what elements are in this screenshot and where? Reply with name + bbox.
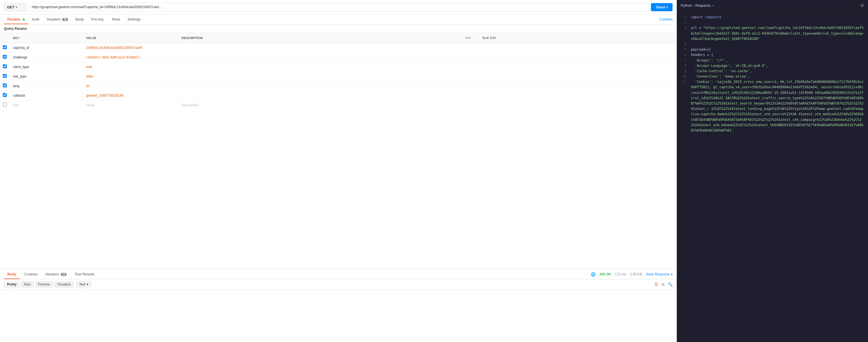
cookies-link[interactable]: Cookies [659,17,673,21]
query-params-label: Query Params [0,25,677,33]
param-value-callback[interactable]: geetest_1690779528189 [83,91,179,100]
code-content: 'Accept': '*/*', [691,58,865,63]
tab-body[interactable]: Body [72,14,87,24]
code-content: url = "https://gcaptcha4.geetest.com/loa… [691,25,865,42]
format-preview-button[interactable]: Preview [35,281,53,288]
code-header: Python - Requests ▾ ⚙ [677,0,868,11]
line-number: 11 [680,79,691,133]
line-number: 8 [680,63,691,69]
bulk-edit-button[interactable]: Bulk Edit [483,36,496,40]
row-checkbox-client-type[interactable] [3,64,7,68]
language-selector[interactable]: Python - Requests ▾ [681,3,714,8]
param-key-challenge[interactable]: challenge [10,53,83,62]
placeholder-value[interactable]: Value [83,100,179,110]
line-number: 7 [680,58,691,63]
param-value-captcha-id[interactable]: 24f56dc13c40dc4a02fd0318567caef5 [83,43,179,53]
method-selector[interactable]: GET ▾ [4,3,26,11]
tab-test-results[interactable]: Test Results [71,269,98,279]
param-value-challenge[interactable]: c1be5e17-3b0c-4af9-a1c2-643bd27... [83,53,179,62]
row-checkbox-captcha-id[interactable] [3,45,7,49]
param-desc-client-type[interactable] [179,62,457,72]
code-content: 'Cookie': 'sajssdk_2015_cross_new_user=1… [691,79,865,133]
line-number: 10 [680,74,691,79]
row-checkbox-lang[interactable] [3,83,7,88]
tab-response-body[interactable]: Body [4,269,20,279]
code-content: import requests [691,14,865,20]
code-content: 'Accept-Language': 'zh-CN,zh;q=0.9', [691,63,865,69]
response-section: Body Cookies Headers 14 Test Results 🌐 2… [0,269,677,342]
params-section: Query Params KEY VALUE DESCRIPTION ••• B… [0,25,677,269]
code-line-9: 9 'Cache-Control': 'no-cache', [677,69,868,74]
code-line-7: 7 'Accept': '*/*', [677,58,868,63]
method-value: GET [7,5,14,9]
row-checkbox-callback[interactable] [3,93,7,97]
code-body: 1 import requests 2 3 url = "https://gca… [677,11,868,342]
code-content: headers = { [691,52,865,58]
table-row: challenge c1be5e17-3b0c-4af9-a1c2-643bd2… [0,53,677,62]
url-bar: GET ▾ Send ▾ [0,0,677,14]
search-icon[interactable]: 🔍 [668,282,673,287]
tab-headers[interactable]: Headers 20 [43,14,71,24]
status-ok: 200 OK [599,272,611,276]
param-key-client-type[interactable]: client_type [10,62,83,72]
param-desc-captcha-id[interactable] [179,43,457,53]
line-number: 3 [680,25,691,42]
param-value-client-type[interactable]: web [83,62,179,72]
table-row: callback geetest_1690779528189 [0,91,677,100]
param-desc-risk-type[interactable] [179,72,457,81]
url-input[interactable] [29,3,649,11]
format-pretty-button[interactable]: Pretty [4,281,20,288]
table-row: client_type web [0,62,677,72]
code-line-10: 10 'Connection': 'keep-alive', [677,74,868,79]
tab-params[interactable]: Params [4,14,28,24]
placeholder-description[interactable]: Description [179,100,457,110]
format-visualize-button[interactable]: Visualize [54,281,74,288]
line-number: 9 [680,69,691,74]
tab-response-headers[interactable]: Headers 14 [42,269,70,279]
line-number: 6 [680,52,691,58]
param-key-lang[interactable]: lang [10,81,83,91]
tab-response-cookies[interactable]: Cookies [21,269,41,279]
copy-icon[interactable]: ⧉ [662,282,664,287]
tab-auth[interactable]: Auth [29,14,43,24]
param-desc-challenge[interactable] [179,53,457,62]
code-content: payload={} [691,47,865,52]
row-checkbox-placeholder[interactable] [3,103,7,106]
request-tabs-bar: Params Auth Headers 20 Body Pre-req. Tes… [0,14,677,25]
language-chevron: ▾ [713,4,714,7]
row-checkbox-risk-type[interactable] [3,74,7,78]
param-key-risk-type[interactable]: risk_type [10,72,83,81]
left-panel: GET ▾ Send ▾ Params Auth Headers 20 Body… [0,0,677,342]
tab-prereq[interactable]: Pre-req. [88,14,108,24]
col-bulk-edit: Bulk Edit [480,33,677,43]
col-description: DESCRIPTION [179,33,457,43]
tab-settings[interactable]: Settings [124,14,144,24]
tab-tests[interactable]: Tests [108,14,123,24]
params-dot [23,19,25,21]
code-content: 'Cache-Control': 'no-cache', [691,69,865,74]
language-label: Python - Requests [681,3,711,8]
save-response-button[interactable]: Save Response ▾ [646,272,673,276]
status-time: 172 ms [615,272,626,276]
text-type-dropdown[interactable]: Text ▾ [76,281,91,288]
more-options-icon[interactable]: ••• [466,35,471,40]
line-number: 2 [680,20,691,25]
send-button[interactable]: Send ▾ [651,3,673,11]
placeholder-key[interactable]: Key [10,100,83,110]
format-raw-button[interactable]: Raw [21,281,34,288]
col-actions: ••• [457,33,480,43]
param-key-callback[interactable]: callback [10,91,83,100]
param-value-lang[interactable]: zh [83,81,179,91]
param-value-risk-type[interactable]: slide [83,72,179,81]
filter-icon[interactable]: ☰ [654,282,658,287]
param-key-captcha-id[interactable]: captcha_id [10,43,83,53]
table-row: captcha_id 24f56dc13c40dc4a02fd0318567ca… [0,43,677,53]
status-size: 2.45 KB [630,272,642,276]
row-checkbox-challenge[interactable] [3,55,7,59]
line-number: 5 [680,47,691,52]
line-number: 4 [680,42,691,47]
param-desc-callback[interactable] [179,91,457,100]
globe-icon: 🌐 [591,272,595,276]
gear-icon[interactable]: ⚙ [860,3,864,8]
param-desc-lang[interactable] [179,81,457,91]
